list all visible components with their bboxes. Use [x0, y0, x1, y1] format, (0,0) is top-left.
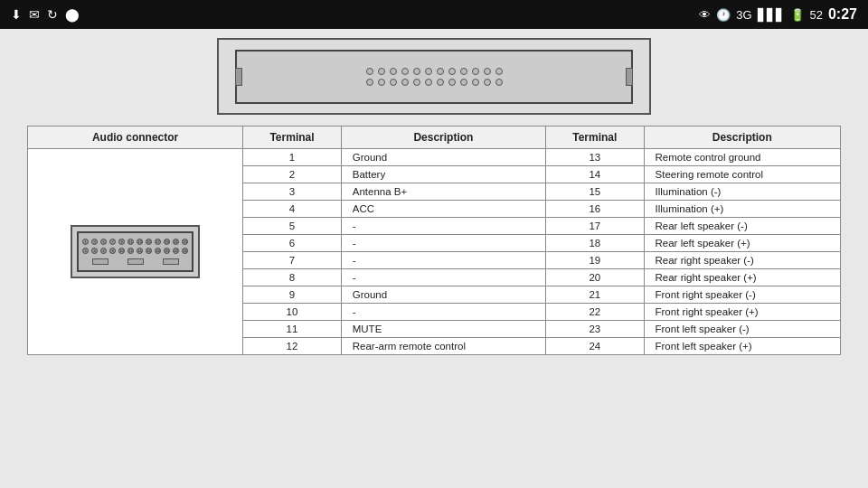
pin	[437, 79, 444, 86]
description-2: Front right speaker (+)	[644, 304, 840, 321]
pin	[448, 68, 456, 75]
clock-icon: 🕐	[716, 8, 731, 22]
pin	[460, 79, 467, 86]
terminal-1: 8	[243, 269, 341, 286]
description-2: Steering remote control	[644, 166, 840, 183]
header-description-1: Description	[341, 127, 545, 149]
status-left-icons: ⬇ ✉ ↻ ⬤	[11, 7, 80, 22]
description-1: MUTE	[341, 321, 545, 338]
terminal-1: 12	[243, 338, 341, 355]
description-1: Rear-arm remote control	[341, 338, 545, 355]
terminal-1: 10	[243, 304, 341, 321]
description-1: Ground	[341, 286, 545, 304]
description-2: Rear right speaker (-)	[644, 252, 840, 269]
wiring-table: Audio connector Terminal Description Ter…	[27, 126, 841, 355]
description-1: -	[341, 304, 545, 321]
description-1: -	[341, 252, 545, 269]
terminal-1: 1	[243, 149, 341, 166]
terminal-2: 16	[546, 201, 644, 218]
description-2: Front left speaker (-)	[644, 321, 840, 338]
connector-left-tab	[235, 68, 242, 86]
pin	[413, 68, 420, 75]
pin	[366, 79, 373, 86]
header-terminal-2: Terminal	[546, 127, 644, 149]
terminal-2: 13	[546, 149, 644, 166]
terminal-1: 11	[243, 321, 341, 338]
pin	[437, 68, 444, 75]
pin	[413, 79, 420, 86]
description-1: ACC	[341, 201, 545, 218]
audio-connector-cell: 1357911131517192123 24681012141618202224	[28, 149, 243, 355]
pin	[484, 68, 491, 75]
terminal-1: 3	[243, 183, 341, 201]
terminal-1: 7	[243, 252, 341, 269]
eye-icon: 👁	[699, 8, 711, 22]
terminal-2: 18	[546, 235, 644, 252]
signal-bars-icon: ▋▋▋	[758, 8, 785, 22]
description-1: Ground	[341, 149, 545, 166]
description-2: Rear left speaker (-)	[644, 218, 840, 235]
terminal-1: 2	[243, 166, 341, 183]
pin	[495, 68, 503, 75]
record-icon: ⬤	[65, 7, 80, 22]
terminal-2: 15	[546, 183, 644, 201]
pin	[378, 79, 385, 86]
terminal-2: 17	[546, 218, 644, 235]
terminal-2: 24	[546, 338, 644, 355]
pin	[425, 79, 432, 86]
connector-diagram-top	[217, 38, 651, 115]
description-1: -	[341, 269, 545, 286]
terminal-1: 6	[243, 235, 341, 252]
description-2: Remote control ground	[644, 149, 840, 166]
battery-icon: 🔋	[790, 8, 805, 22]
status-right-info: 👁 🕐 3G ▋▋▋ 🔋 52 0:27	[699, 6, 857, 23]
terminal-2: 20	[546, 269, 644, 286]
wiring-table-container: Audio connector Terminal Description Ter…	[27, 126, 841, 355]
terminal-2: 23	[546, 321, 644, 338]
terminal-2: 19	[546, 252, 644, 269]
terminal-2: 14	[546, 166, 644, 183]
refresh-icon: ↻	[47, 7, 58, 22]
pin	[472, 68, 479, 75]
description-1: Battery	[341, 166, 545, 183]
pin	[425, 68, 432, 75]
status-time: 0:27	[828, 6, 857, 23]
terminal-2: 21	[546, 286, 644, 304]
pin	[366, 68, 373, 75]
pin	[378, 68, 385, 75]
terminal-1: 5	[243, 218, 341, 235]
main-content: Audio connector Terminal Description Ter…	[0, 29, 868, 488]
mail-icon: ✉	[29, 7, 40, 22]
description-2: Front right speaker (-)	[644, 286, 840, 304]
header-terminal-1: Terminal	[243, 127, 341, 149]
description-2: Front left speaker (+)	[644, 338, 840, 355]
description-1: -	[341, 218, 545, 235]
description-1: -	[341, 235, 545, 252]
pin	[448, 79, 456, 86]
description-2: Illumination (+)	[644, 201, 840, 218]
battery-percent: 52	[810, 8, 823, 22]
header-description-2: Description	[644, 127, 840, 149]
pin	[472, 79, 479, 86]
pin	[390, 79, 397, 86]
connector-inner	[235, 50, 633, 104]
terminal-1: 9	[243, 286, 341, 304]
status-bar: ⬇ ✉ ↻ ⬤ 👁 🕐 3G ▋▋▋ 🔋 52 0:27	[0, 0, 868, 29]
pin	[401, 68, 409, 75]
pin	[495, 79, 503, 86]
description-2: Rear right speaker (+)	[644, 269, 840, 286]
terminal-2: 22	[546, 304, 644, 321]
pin	[390, 68, 397, 75]
header-audio-connector: Audio connector	[28, 127, 243, 149]
pin	[460, 68, 467, 75]
description-2: Rear left speaker (+)	[644, 235, 840, 252]
pin	[484, 79, 491, 86]
pin	[401, 79, 409, 86]
description-1: Antenna B+	[341, 183, 545, 201]
connector-right-tab	[626, 68, 633, 86]
download-icon: ⬇	[11, 7, 22, 22]
description-2: Illumination (-)	[644, 183, 840, 201]
signal-label: 3G	[736, 8, 751, 22]
terminal-1: 4	[243, 201, 341, 218]
